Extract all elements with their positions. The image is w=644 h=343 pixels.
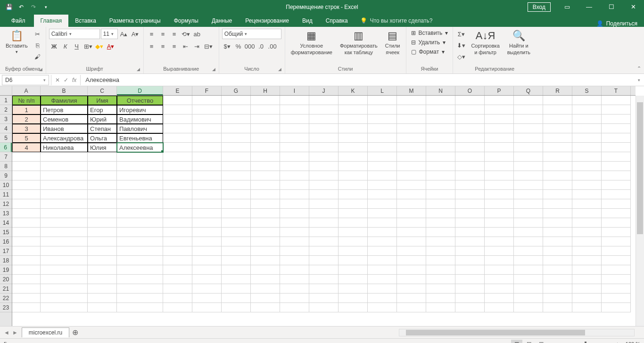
row-header[interactable]: 8: [0, 162, 12, 171]
cell[interactable]: [514, 114, 543, 124]
cell[interactable]: [455, 294, 485, 303]
cell[interactable]: [485, 96, 514, 105]
cell[interactable]: Степан: [88, 124, 117, 133]
format-painter-icon[interactable]: 🖌: [33, 51, 43, 62]
cell[interactable]: [572, 162, 602, 171]
cell[interactable]: [41, 303, 88, 312]
cell[interactable]: [192, 105, 222, 114]
cell[interactable]: [368, 275, 397, 284]
cell[interactable]: [397, 275, 426, 284]
cell[interactable]: [572, 199, 602, 209]
cell[interactable]: [41, 209, 88, 218]
cell[interactable]: [251, 199, 280, 209]
cell[interactable]: [514, 162, 543, 171]
dialog-launcher-icon[interactable]: ◢: [137, 67, 142, 73]
expand-formula-icon[interactable]: ▾: [634, 78, 644, 82]
cell[interactable]: [280, 246, 309, 256]
cell[interactable]: [117, 190, 163, 199]
cell[interactable]: [222, 228, 251, 237]
cell[interactable]: [222, 265, 251, 275]
cell[interactable]: [514, 171, 543, 180]
cell[interactable]: [280, 237, 309, 246]
cell[interactable]: [485, 114, 514, 124]
name-box[interactable]: D6▾: [2, 75, 49, 85]
fill-color-icon[interactable]: ◆▾: [94, 41, 105, 51]
cell[interactable]: [368, 294, 397, 303]
align-bottom-icon[interactable]: ≡: [169, 29, 180, 39]
cell[interactable]: [485, 265, 514, 275]
cell[interactable]: [397, 284, 426, 294]
cell[interactable]: [572, 265, 602, 275]
cell[interactable]: [192, 143, 222, 152]
column-header[interactable]: L: [368, 86, 397, 95]
row-header[interactable]: 10: [0, 180, 12, 190]
sheet-next-icon[interactable]: ►: [12, 329, 18, 336]
cell[interactable]: [602, 275, 631, 284]
cell[interactable]: [222, 284, 251, 294]
cell[interactable]: [514, 294, 543, 303]
cell[interactable]: [455, 152, 485, 162]
cell[interactable]: [192, 209, 222, 218]
cell[interactable]: [280, 209, 309, 218]
cell[interactable]: [339, 124, 368, 133]
cell[interactable]: [455, 275, 485, 284]
cell[interactable]: [88, 256, 117, 265]
cell[interactable]: [251, 275, 280, 284]
cell[interactable]: [222, 171, 251, 180]
cell[interactable]: [572, 246, 602, 256]
cell[interactable]: [572, 303, 602, 312]
cell[interactable]: [455, 256, 485, 265]
tell-me[interactable]: 💡 Что вы хотите сделать?: [355, 15, 438, 27]
bold-icon[interactable]: Ж: [49, 41, 59, 51]
row-header[interactable]: 17: [0, 246, 12, 256]
cancel-formula-icon[interactable]: ✕: [55, 77, 60, 83]
zoom-level[interactable]: 100 %: [626, 341, 640, 343]
cell[interactable]: [117, 303, 163, 312]
horizontal-scrollbar[interactable]: [399, 329, 635, 336]
cell[interactable]: [397, 246, 426, 256]
cell[interactable]: [192, 228, 222, 237]
cell[interactable]: [543, 105, 572, 114]
cell[interactable]: [572, 105, 602, 114]
cell[interactable]: Николаева: [41, 143, 88, 152]
row-header[interactable]: 1: [0, 96, 12, 105]
cell[interactable]: [397, 133, 426, 143]
column-header[interactable]: D: [117, 86, 163, 95]
cell[interactable]: [117, 246, 163, 256]
cell[interactable]: [572, 237, 602, 246]
cell[interactable]: Игоревич: [117, 105, 163, 114]
cell[interactable]: [426, 124, 455, 133]
dialog-launcher-icon[interactable]: ◢: [212, 67, 218, 73]
cell[interactable]: [88, 284, 117, 294]
row-header[interactable]: 15: [0, 228, 12, 237]
cell[interactable]: [251, 114, 280, 124]
cell[interactable]: [12, 284, 41, 294]
cell[interactable]: [192, 96, 222, 105]
cell[interactable]: [12, 228, 41, 237]
cell[interactable]: [572, 284, 602, 294]
cell[interactable]: [602, 162, 631, 171]
cell[interactable]: 1: [12, 105, 41, 114]
cell[interactable]: [12, 190, 41, 199]
cell[interactable]: [368, 265, 397, 275]
cell[interactable]: [485, 162, 514, 171]
cell[interactable]: [543, 237, 572, 246]
cell[interactable]: [455, 96, 485, 105]
cell[interactable]: [309, 162, 339, 171]
page-layout-view-icon[interactable]: ▤: [523, 340, 535, 343]
cell[interactable]: [397, 303, 426, 312]
cell[interactable]: [163, 284, 192, 294]
cell[interactable]: [602, 152, 631, 162]
cell[interactable]: [251, 256, 280, 265]
cell[interactable]: [426, 265, 455, 275]
comma-icon[interactable]: 000: [245, 41, 255, 51]
sort-filter-button[interactable]: А↓ЯСортировка и фильтр: [468, 29, 502, 57]
cell[interactable]: [41, 190, 88, 199]
cell[interactable]: [251, 152, 280, 162]
cell[interactable]: [12, 171, 41, 180]
cell[interactable]: [368, 152, 397, 162]
decrease-indent-icon[interactable]: ⇤: [181, 41, 191, 51]
conditional-formatting-button[interactable]: ▦Условное форматирование: [288, 29, 335, 57]
cell[interactable]: [280, 96, 309, 105]
cell[interactable]: [163, 275, 192, 284]
